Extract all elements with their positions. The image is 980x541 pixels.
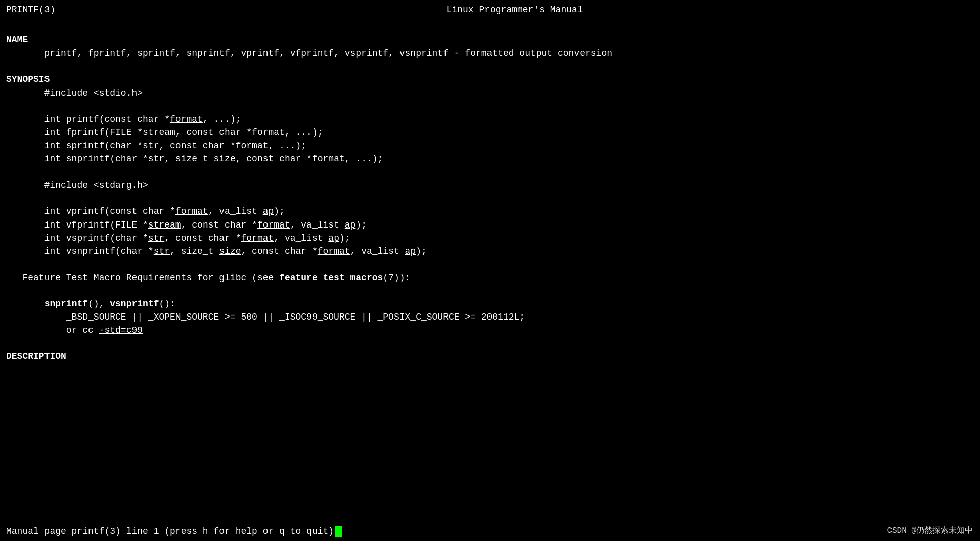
header-line: PRINTF(3) Linux Programmer's Manual: [6, 3, 974, 16]
header-center: Linux Programmer's Manual: [447, 3, 583, 16]
feature-test-intro: Feature Test Macro Requirements for glib…: [6, 271, 974, 284]
header-left: PRINTF(3): [6, 3, 55, 16]
synopsis-heading: SYNOPSIS: [6, 73, 974, 86]
name-content: printf, fprintf, sprintf, snprintf, vpri…: [6, 47, 974, 60]
status-bar: Manual page printf(3) line 1 (press h fo…: [0, 522, 980, 541]
feature-test-section: Feature Test Macro Requirements for glib…: [6, 258, 974, 337]
synopsis-vsnprintf: int vsnprintf(char *str, size_t size, co…: [6, 245, 974, 258]
cursor-block: [335, 526, 342, 537]
synopsis-vfprintf: int vfprintf(FILE *stream, const char *f…: [6, 218, 974, 232]
description-section: DESCRIPTION: [6, 337, 974, 363]
name-heading: NAME: [6, 33, 974, 47]
synopsis-printf: int printf(const char *format, ...);: [6, 113, 974, 126]
watermark: CSDN @仍然探索未知中: [887, 525, 980, 537]
name-section: NAME printf, fprintf, sprintf, snprintf,…: [6, 20, 974, 60]
synopsis-snprintf: int snprintf(char *str, size_t size, con…: [6, 152, 974, 165]
feature-test-functions: snprintf(), vsnprintf():: [6, 297, 974, 310]
feature-test-macro-line: _BSD_SOURCE || _XOPEN_SOURCE >= 500 || _…: [6, 310, 974, 324]
status-text: Manual page printf(3) line 1 (press h fo…: [6, 525, 334, 538]
synopsis-vsprintf: int vsprintf(char *str, const char *form…: [6, 232, 974, 245]
synopsis-include2: #include <stdarg.h>: [6, 178, 974, 192]
synopsis-fprintf: int fprintf(FILE *stream, const char *fo…: [6, 126, 974, 139]
description-heading: DESCRIPTION: [6, 350, 974, 363]
main-content: PRINTF(3) Linux Programmer's Manual NAME…: [0, 0, 980, 394]
status-bar-text: Manual page printf(3) line 1 (press h fo…: [0, 525, 342, 538]
synopsis-include1: #include <stdio.h>: [6, 86, 974, 100]
synopsis-vprintf: int vprintf(const char *format, va_list …: [6, 205, 974, 218]
synopsis-sprintf: int sprintf(char *str, const char *forma…: [6, 139, 974, 152]
synopsis-section: SYNOPSIS #include <stdio.h> int printf(c…: [6, 60, 974, 257]
feature-test-or-line: or cc -std=c99: [6, 324, 974, 337]
